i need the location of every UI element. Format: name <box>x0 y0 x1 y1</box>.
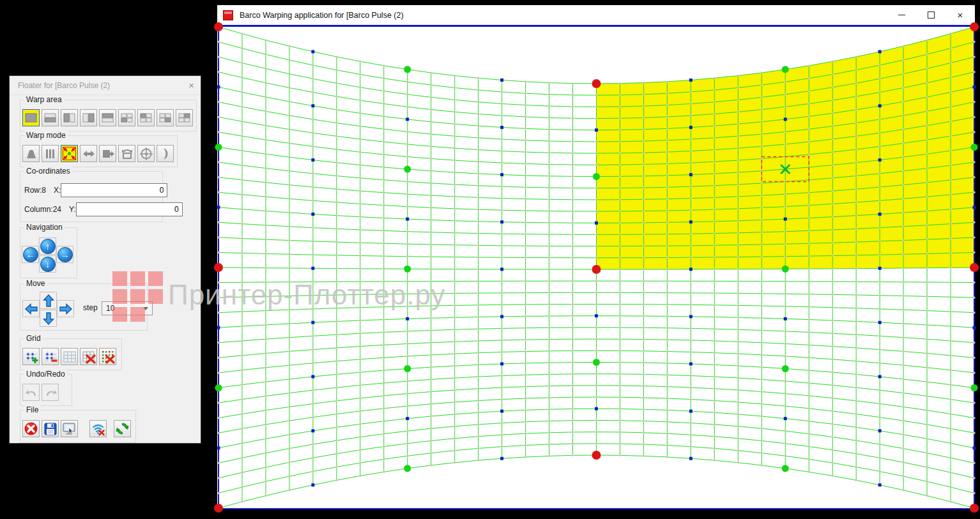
move-label: Move <box>24 279 47 288</box>
linearity-icon <box>43 147 57 161</box>
step-value: 10 <box>102 304 143 313</box>
warp-area-bottom-left-button[interactable] <box>118 109 135 126</box>
floater-close-button[interactable]: × <box>188 80 194 90</box>
coordinates-label: Co-ordinates <box>24 167 72 176</box>
add-grid-point-button[interactable] <box>22 348 40 365</box>
x-label: X: <box>54 186 61 195</box>
row-label: Row: <box>24 186 42 195</box>
file-label: File <box>24 405 40 414</box>
floater-window: Floater for [Barco Pulse (2) × Warp area <box>9 75 201 444</box>
warp-area-top-right-button[interactable] <box>176 109 193 126</box>
save-icon <box>43 422 57 436</box>
warp-area-bottom-right-button[interactable] <box>157 109 174 126</box>
move-down-icon <box>42 312 56 326</box>
warp-area-label: Warp area <box>24 95 64 104</box>
y-input[interactable] <box>76 202 183 216</box>
floater-title: Floater for [Barco Pulse (2) <box>18 81 110 90</box>
move-down-button[interactable] <box>40 310 57 327</box>
step-dropdown[interactable]: 10 <box>102 301 153 315</box>
arrow-down-icon: ↓ <box>40 257 56 272</box>
warp-mode-horizontal-size-button[interactable] <box>80 145 97 162</box>
exit-button[interactable] <box>22 420 40 437</box>
area-bottom-left-icon <box>121 113 133 123</box>
row-value: 8 <box>42 186 46 195</box>
bow-icon <box>120 147 134 161</box>
warp-mode-linearity-button[interactable] <box>42 145 59 162</box>
column-label: Column: <box>24 205 53 214</box>
warp-mode-group: Warp mode <box>20 135 178 167</box>
area-top-right-icon <box>178 113 190 123</box>
refresh-icon <box>115 421 130 436</box>
remove-grid-point-button[interactable] <box>42 348 59 365</box>
area-bottom-right-icon <box>159 113 171 123</box>
warp-area-left-half-button[interactable] <box>61 109 78 126</box>
warp-mode-shift-button[interactable] <box>99 145 116 162</box>
move-up-icon <box>42 294 56 308</box>
disconnect-button[interactable] <box>89 420 107 437</box>
area-bottom-half-icon <box>44 113 56 123</box>
area-top-half-icon <box>102 113 114 123</box>
redo-icon <box>43 386 57 400</box>
area-top-left-icon <box>140 113 152 123</box>
navigate-up-button[interactable]: ↑ <box>39 237 56 255</box>
keystone-icon <box>24 147 38 161</box>
warp-mode-label: Warp mode <box>24 131 68 140</box>
show-grid-button[interactable] <box>61 348 78 365</box>
warp-area-top-half-button[interactable] <box>99 109 116 126</box>
area-right-half-icon <box>82 113 95 123</box>
arrow-right-icon: → <box>57 247 73 262</box>
move-up-button[interactable] <box>40 292 57 309</box>
file-group: File <box>20 410 136 443</box>
grid-label: Grid <box>24 334 43 343</box>
warp-mode-grid-points-button[interactable] <box>61 145 78 162</box>
save-button[interactable] <box>42 420 59 437</box>
area-full-icon <box>25 113 37 123</box>
warp-area-full-button[interactable] <box>22 109 40 126</box>
display-icon <box>62 421 77 436</box>
y-label: Y: <box>69 205 76 214</box>
grid-group: Grid <box>20 338 122 370</box>
x-input[interactable] <box>61 183 167 197</box>
move-right-button[interactable] <box>57 300 74 317</box>
coordinates-group: Co-ordinates Row: 8 X: Column: 24 Y: <box>20 171 163 222</box>
warp-mode-keystone-button[interactable] <box>22 145 40 162</box>
move-left-button[interactable] <box>22 300 40 317</box>
show-grid-icon <box>63 350 77 364</box>
warp-area-bottom-half-button[interactable] <box>42 109 59 126</box>
navigate-left-button[interactable]: ← <box>22 246 39 263</box>
navigate-down-button[interactable]: ↓ <box>39 255 56 273</box>
undo-redo-group: Undo/Redo <box>20 374 72 406</box>
curvature-icon <box>158 147 172 161</box>
remove-grid-point-icon <box>43 350 57 364</box>
horizontal-size-icon <box>82 147 96 161</box>
column-value: 24 <box>53 205 61 214</box>
navigate-right-button[interactable]: → <box>56 246 73 263</box>
delete-grid-button[interactable] <box>80 348 97 365</box>
shift-icon <box>101 147 115 161</box>
chevron-down-icon <box>143 307 148 310</box>
redo-button[interactable] <box>42 384 59 401</box>
warp-mode-curvature-button[interactable] <box>157 145 174 162</box>
delete-grid-icon <box>82 350 96 364</box>
warp-area-right-half-button[interactable] <box>80 109 97 126</box>
refresh-button[interactable] <box>114 420 131 437</box>
warp-area-group: Warp area <box>20 100 197 132</box>
wifi-disconnect-icon <box>91 421 105 436</box>
move-right-icon <box>59 302 73 316</box>
reset-grid-points-button[interactable] <box>99 348 116 365</box>
move-left-icon <box>24 302 38 316</box>
apply-to-display-button[interactable] <box>61 420 78 437</box>
grid-points-icon <box>62 146 77 161</box>
warp-mode-center-button[interactable] <box>137 145 155 162</box>
undo-button[interactable] <box>22 384 40 401</box>
warp-mode-bow-button[interactable] <box>118 145 135 162</box>
step-label: step <box>83 303 98 312</box>
exit-icon <box>24 421 38 436</box>
center-icon <box>139 147 153 161</box>
navigation-label: Navigation <box>24 223 65 232</box>
arrow-up-icon: ↑ <box>40 239 56 254</box>
floater-titlebar[interactable]: Floater for [Barco Pulse (2) × <box>10 76 201 95</box>
reset-grid-points-icon <box>101 350 115 364</box>
undo-icon <box>24 386 38 400</box>
warp-area-top-left-button[interactable] <box>137 109 155 126</box>
